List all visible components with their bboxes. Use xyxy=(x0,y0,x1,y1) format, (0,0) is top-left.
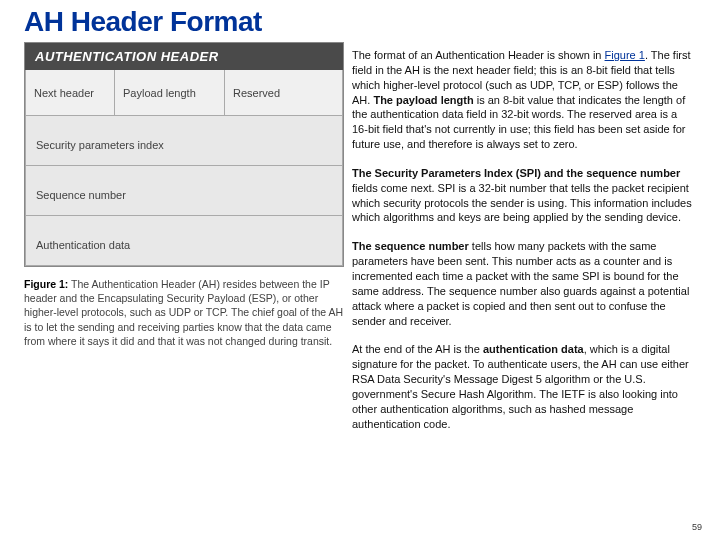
diagram-row-1: Next header Payload length Reserved xyxy=(25,70,343,116)
figure-caption: Figure 1: The Authentication Header (AH)… xyxy=(24,277,344,348)
right-column: The format of an Authentication Header i… xyxy=(352,42,696,445)
left-column: AUTHENTICATION HEADER Next header Payloa… xyxy=(24,42,344,445)
field-payload-length: Payload length xyxy=(115,70,225,116)
diagram-header: AUTHENTICATION HEADER xyxy=(25,43,343,70)
paragraph-4: At the end of the AH is the authenticati… xyxy=(352,342,696,431)
field-authentication-data: Authentication data xyxy=(25,216,343,266)
page-title: AH Header Format xyxy=(24,6,696,38)
caption-label: Figure 1: xyxy=(24,278,68,290)
paragraph-3: The sequence number tells how many packe… xyxy=(352,239,696,328)
paragraph-2: The Security Parameters Index (SPI) and … xyxy=(352,166,696,225)
page-number: 59 xyxy=(692,522,702,532)
paragraph-1: The format of an Authentication Header i… xyxy=(352,48,696,152)
field-spi: Security parameters index xyxy=(25,116,343,166)
field-sequence-number: Sequence number xyxy=(25,166,343,216)
field-next-header: Next header xyxy=(25,70,115,116)
field-reserved: Reserved xyxy=(225,70,343,116)
caption-text: The Authentication Header (AH) resides b… xyxy=(24,278,343,347)
ah-header-diagram: AUTHENTICATION HEADER Next header Payloa… xyxy=(24,42,344,267)
figure-1-link[interactable]: Figure 1 xyxy=(605,49,645,61)
